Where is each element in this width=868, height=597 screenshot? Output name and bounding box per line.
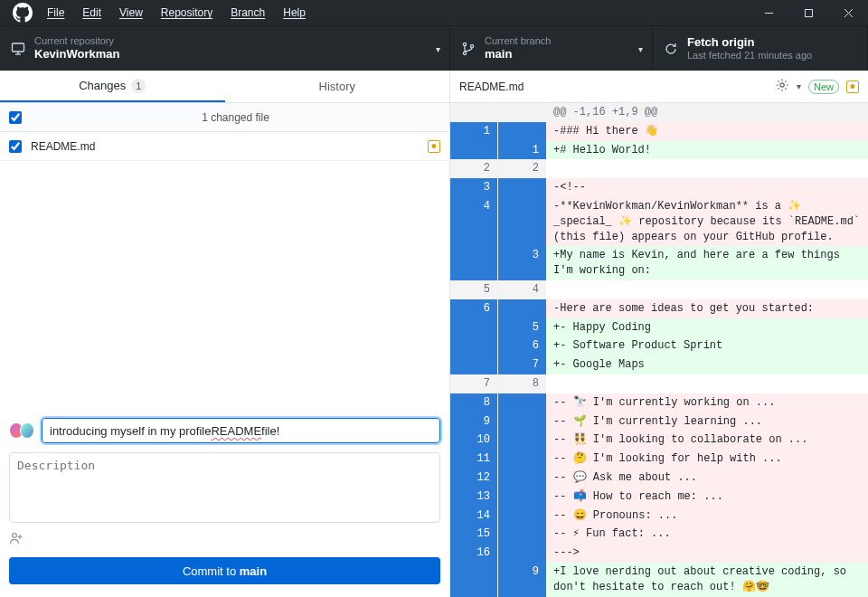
diff-code: -### Hi there 👋 xyxy=(546,122,868,141)
diff-code xyxy=(546,280,868,299)
changes-count-badge: 1 xyxy=(131,79,146,93)
menu-branch[interactable]: Branch xyxy=(222,3,274,23)
menu-repository[interactable]: Repository xyxy=(152,3,222,23)
diff-line[interactable]: 1-### Hi there 👋 xyxy=(450,122,868,141)
gutter-old: 9 xyxy=(450,412,498,431)
diff-file-name: README.md xyxy=(459,81,768,93)
gutter-old: 5 xyxy=(450,280,498,299)
file-row[interactable]: README.md• xyxy=(0,132,449,161)
diff-line[interactable]: 78 xyxy=(450,374,868,393)
branch-name: main xyxy=(485,47,551,62)
fetch-sub: Last fetched 21 minutes ago xyxy=(687,50,812,62)
gutter-new: 7 xyxy=(498,355,546,374)
diff-code: +I love nerding out about creative codin… xyxy=(546,563,868,597)
branch-selector[interactable]: Current branch main ▾ xyxy=(450,26,653,71)
diff-line[interactable]: 14-- 😄 Pronouns: ... xyxy=(450,507,868,526)
diff-line[interactable]: 9+I love nerding out about creative codi… xyxy=(450,563,868,597)
titlebar: File Edit View Repository Branch Help xyxy=(0,0,868,25)
gutter-old xyxy=(450,318,498,337)
diff-line[interactable]: 8-- 🔭 I'm currently working on ... xyxy=(450,393,868,412)
commit-summary-input[interactable]: introducing myself in my profile README … xyxy=(42,418,440,443)
diff-code: +- Software Product Sprint xyxy=(546,336,868,355)
diff-code: -- 🤔 I'm looking for help with ... xyxy=(546,450,868,469)
window-close[interactable] xyxy=(828,0,868,25)
gutter-old xyxy=(450,103,498,122)
diff-view[interactable]: @@ -1,16 +1,9 @@1-### Hi there 👋1+# Hell… xyxy=(450,103,868,597)
gutter-new xyxy=(498,544,546,563)
menu-view[interactable]: View xyxy=(110,3,152,23)
tab-history[interactable]: History xyxy=(225,71,450,102)
tab-changes[interactable]: Changes 1 xyxy=(0,71,225,102)
diff-code: +# Hello World! xyxy=(546,141,868,160)
person-plus-icon xyxy=(9,531,24,545)
diff-line[interactable]: 5+- Happy Coding xyxy=(450,318,868,337)
diff-line[interactable]: 13-- 📫 How to reach me: ... xyxy=(450,488,868,507)
fetch-button[interactable]: Fetch origin Last fetched 21 minutes ago xyxy=(653,26,868,71)
tabs: Changes 1 History xyxy=(0,71,449,103)
diff-line[interactable]: 4-**KevinWorkman/KevinWorkman** is a ✨ _… xyxy=(450,197,868,246)
diff-line[interactable]: 12-- 💬 Ask me about ... xyxy=(450,469,868,488)
gutter-old: 13 xyxy=(450,488,498,507)
diff-line[interactable]: 15-- ⚡ Fun fact: ... xyxy=(450,525,868,544)
diff-line[interactable]: 6-Here are some ideas to get you started… xyxy=(450,299,868,318)
gear-icon[interactable] xyxy=(775,78,789,95)
diff-line[interactable]: 3+My name is Kevin, and here are a few t… xyxy=(450,246,868,280)
repo-selector[interactable]: Current repository KevinWorkman ▾ xyxy=(0,26,450,71)
diff-line[interactable]: 22 xyxy=(450,159,868,178)
svg-point-9 xyxy=(470,44,473,47)
repo-name: KevinWorkman xyxy=(34,47,119,62)
diff-line[interactable]: @@ -1,16 +1,9 @@ xyxy=(450,103,868,122)
window-maximize[interactable] xyxy=(788,0,828,25)
diff-line[interactable]: 54 xyxy=(450,280,868,299)
svg-point-7 xyxy=(463,43,466,45)
commit-button-prefix: Commit to xyxy=(183,564,240,578)
chevron-down-icon: ▾ xyxy=(436,43,440,53)
gutter-new: 3 xyxy=(498,246,546,280)
diff-file-header: README.md ▾ New • xyxy=(450,71,868,103)
gutter-new: 1 xyxy=(498,141,546,160)
diff-code: -- 🌱 I'm currently learning ... xyxy=(546,412,868,431)
diff-code: -Here are some ideas to get you started: xyxy=(546,299,868,318)
avatar-pair xyxy=(9,422,34,440)
gutter-old xyxy=(450,336,498,355)
chevron-down-icon[interactable]: ▾ xyxy=(797,81,801,91)
select-all-checkbox[interactable] xyxy=(9,111,22,124)
svg-point-13 xyxy=(780,83,784,87)
diff-line[interactable]: 16---> xyxy=(450,544,868,563)
diff-code xyxy=(546,159,868,178)
file-checkbox[interactable] xyxy=(9,140,22,153)
tab-history-label: History xyxy=(319,80,355,93)
menu-edit[interactable]: Edit xyxy=(73,3,110,23)
gutter-new: 2 xyxy=(498,159,546,178)
changes-panel: Changes 1 History 1 changed file README.… xyxy=(0,71,450,597)
diff-line[interactable]: 6+- Software Product Sprint xyxy=(450,336,868,355)
menu-file[interactable]: File xyxy=(38,3,73,23)
menu-help[interactable]: Help xyxy=(274,3,315,23)
fetch-title: Fetch origin xyxy=(687,35,812,50)
diff-line[interactable]: 7+- Google Maps xyxy=(450,355,868,374)
gutter-old xyxy=(450,246,498,280)
diff-line[interactable]: 1+# Hello World! xyxy=(450,141,868,160)
gutter-old: 16 xyxy=(450,544,498,563)
gutter-new xyxy=(498,450,546,469)
desktop-icon xyxy=(11,42,25,56)
avatar xyxy=(20,422,34,439)
gutter-old: 1 xyxy=(450,122,498,141)
gutter-old xyxy=(450,141,498,160)
gutter-new: 8 xyxy=(498,374,546,393)
add-coauthor-button[interactable] xyxy=(9,531,440,548)
window-minimize[interactable] xyxy=(749,0,788,25)
gutter-old: 7 xyxy=(450,374,498,393)
diff-line[interactable]: 10-- 👯 I'm looking to collaborate on ... xyxy=(450,431,868,450)
gutter-old: 14 xyxy=(450,507,498,526)
commit-description-input[interactable] xyxy=(9,452,440,523)
diff-line[interactable]: 9-- 🌱 I'm currently learning ... xyxy=(450,412,868,431)
diff-line[interactable]: 11-- 🤔 I'm looking for help with ... xyxy=(450,450,868,469)
gutter-new: 5 xyxy=(498,318,546,337)
diff-code: -<!-- xyxy=(546,178,868,197)
diff-code: +My name is Kevin, and here are a few th… xyxy=(546,246,868,280)
gutter-new xyxy=(498,178,546,197)
gutter-old xyxy=(450,355,498,374)
diff-line[interactable]: 3-<!-- xyxy=(450,178,868,197)
commit-button[interactable]: Commit to main xyxy=(9,557,440,584)
